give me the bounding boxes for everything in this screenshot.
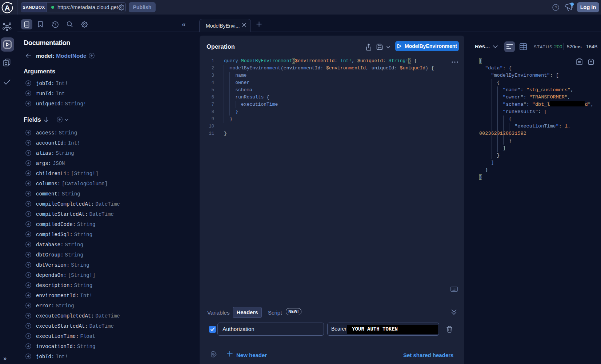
svg-text:A: A bbox=[4, 4, 10, 12]
svg-text:?: ? bbox=[554, 5, 557, 10]
